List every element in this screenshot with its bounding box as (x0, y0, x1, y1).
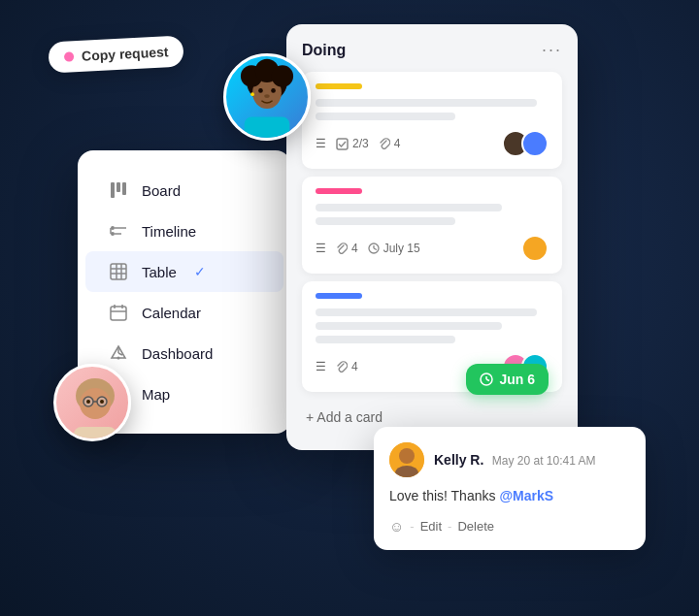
doing-title: Doing (302, 42, 346, 59)
svg-rect-10 (111, 182, 115, 198)
sidebar-item-calendar[interactable]: Calendar (85, 292, 283, 333)
svg-point-7 (264, 94, 270, 98)
avatar-blue (521, 130, 549, 157)
doing-header: Doing ··· (302, 40, 562, 60)
badge-dot-icon (64, 51, 75, 62)
attachment-count: 4 (394, 137, 401, 150)
date-text: July 15 (383, 242, 420, 255)
task-line (316, 217, 455, 225)
comment-header: Kelly R. May 20 at 10:41 AM (389, 442, 630, 477)
task-card-2[interactable]: ☰ 4 July 15 (302, 177, 562, 274)
svg-rect-41 (74, 427, 116, 441)
separator-1: - (410, 519, 414, 534)
hamburger-icon: ☰ (316, 242, 326, 255)
task-lines-2 (316, 204, 549, 225)
task-card-1[interactable]: ☰ 2/3 4 (302, 72, 562, 169)
svg-rect-11 (116, 182, 120, 192)
sidebar-dashboard-label: Dashboard (142, 345, 213, 362)
attachment-count-2: 4 (351, 242, 358, 255)
task-avatars-2 (521, 235, 549, 262)
svg-point-5 (258, 88, 263, 93)
copy-request-label: Copy request (82, 44, 169, 64)
comment-avatar (389, 442, 424, 477)
attachment-count-3: 4 (351, 360, 358, 373)
attachment-meta-3: 4 (336, 360, 358, 373)
jun-badge-label: Jun 6 (499, 372, 535, 387)
svg-point-39 (86, 400, 90, 404)
timeline-icon (109, 221, 128, 241)
svg-line-33 (374, 248, 377, 250)
copy-request-badge: Copy request (48, 35, 184, 73)
sidebar-table-label: Table (142, 264, 177, 280)
svg-point-40 (100, 400, 104, 404)
separator-2: - (448, 519, 451, 534)
svg-point-46 (399, 448, 415, 464)
sidebar-calendar-label: Calendar (142, 305, 201, 321)
task-avatars-1 (502, 130, 549, 157)
doing-more-icon[interactable]: ··· (542, 40, 562, 60)
comment-author-info: Kelly R. May 20 at 10:41 AM (434, 451, 596, 469)
calendar-icon (109, 303, 128, 322)
svg-point-28 (117, 357, 120, 360)
task-line (316, 113, 455, 120)
avatar-person-bottom (53, 364, 131, 441)
sidebar-board-label: Board (142, 182, 181, 199)
date-meta: July 15 (368, 242, 420, 255)
comment-author-name: Kelly R. (434, 452, 483, 468)
task-meta-2: ☰ 4 July 15 (316, 235, 549, 262)
sidebar-item-table[interactable]: Table ✓ (85, 251, 283, 292)
task-line (316, 322, 502, 330)
jun-badge: Jun 6 (466, 364, 549, 395)
checklist-count: 2/3 (352, 137, 369, 150)
task-line (316, 204, 502, 211)
hamburger-icon: ☰ (316, 137, 326, 150)
avatar-orange (521, 235, 549, 262)
task-lines-1 (316, 99, 549, 120)
svg-rect-23 (111, 307, 126, 320)
dashboard-icon (109, 343, 128, 363)
task-line (316, 336, 455, 343)
hamburger-icon: ☰ (316, 360, 326, 373)
task-line (316, 308, 537, 316)
attachment-meta: 4 (379, 137, 401, 150)
task-tag-pink (316, 188, 362, 194)
comment-text-content: Love this! Thanks (389, 488, 499, 503)
task-line (316, 99, 537, 107)
avatar-person-top (223, 53, 311, 141)
task-lines-3 (316, 308, 549, 343)
edit-button[interactable]: Edit (420, 519, 442, 534)
checklist-meta: 2/3 (336, 137, 369, 150)
svg-point-6 (271, 88, 276, 93)
svg-point-4 (272, 65, 293, 86)
svg-rect-18 (111, 264, 126, 279)
comment-card: Kelly R. May 20 at 10:41 AM Love this! T… (374, 427, 646, 550)
add-card-label: + Add a card (306, 409, 383, 425)
comment-timestamp: May 20 at 10:41 AM (492, 454, 596, 468)
comment-mention: @MarkS (499, 488, 553, 503)
table-check-icon: ✓ (194, 264, 206, 279)
svg-point-8 (250, 92, 254, 96)
comment-actions: ☺ - Edit - Delete (389, 518, 630, 535)
svg-rect-12 (122, 182, 126, 195)
svg-line-44 (486, 379, 489, 381)
board-icon (109, 180, 128, 200)
task-tag-yellow (316, 83, 362, 89)
sidebar-timeline-label: Timeline (142, 223, 196, 240)
attachment-meta-2: 4 (336, 242, 358, 255)
table-icon (109, 262, 128, 281)
task-tag-blue (316, 293, 362, 299)
comment-body: Love this! Thanks @MarkS (389, 487, 630, 506)
clock-icon (480, 373, 493, 386)
sidebar-item-board[interactable]: Board (85, 170, 283, 211)
task-meta-1: ☰ 2/3 4 (316, 130, 549, 157)
sidebar-item-timeline[interactable]: Timeline (85, 211, 283, 251)
sidebar-item-dashboard[interactable]: Dashboard (85, 333, 283, 373)
emoji-icon[interactable]: ☺ (389, 518, 404, 535)
svg-rect-30 (337, 139, 348, 149)
svg-rect-9 (245, 117, 290, 139)
delete-button[interactable]: Delete (457, 519, 494, 534)
sidebar-map-label: Map (142, 386, 170, 403)
